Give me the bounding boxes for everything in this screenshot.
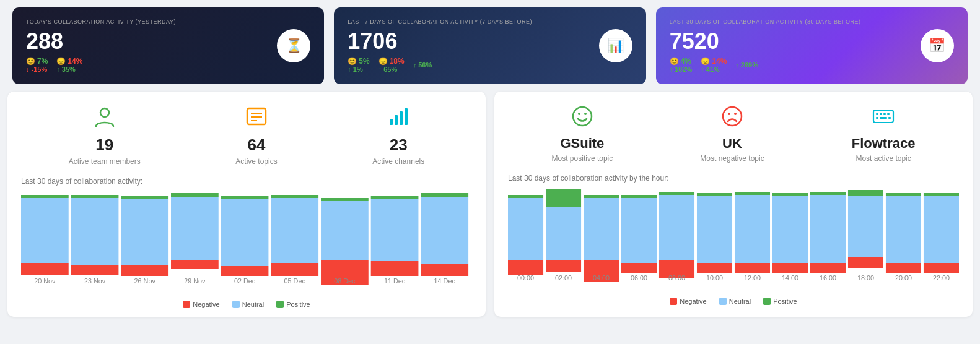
up-arrow-icon-m2: ↑	[701, 66, 704, 73]
today-negative-change: 35%	[62, 66, 76, 73]
svg-rect-22	[221, 266, 269, 276]
month-stat-positive-top: 😊 4%	[670, 57, 693, 66]
most-positive-text: GSuite	[560, 135, 604, 152]
svg-rect-56	[876, 117, 878, 119]
svg-text:23 Nov: 23 Nov	[84, 277, 106, 285]
left-panel: 19 Active team members 64 Active topics	[7, 92, 486, 317]
svg-rect-19	[171, 260, 219, 269]
svg-text:02:00: 02:00	[555, 274, 572, 282]
frown-icon-w: 😞	[378, 57, 388, 66]
svg-text:16:00: 16:00	[820, 274, 836, 282]
svg-rect-86	[848, 196, 883, 257]
svg-rect-74	[697, 196, 732, 263]
top-cards-row: TODAY'S COLLABORATION ACTIVITY (YESTERDA…	[0, 0, 980, 92]
right-positive-dot	[763, 298, 771, 305]
svg-rect-90	[886, 263, 921, 273]
svg-text:02 Dec: 02 Dec	[234, 277, 256, 285]
svg-rect-35	[421, 193, 468, 197]
svg-rect-89	[886, 196, 921, 263]
today-card-title: TODAY'S COLLABORATION ACTIVITY (YESTERDA…	[26, 19, 176, 25]
hourglass-icon: ⏳	[286, 38, 302, 54]
svg-rect-30	[371, 199, 419, 261]
svg-rect-78	[735, 263, 770, 273]
today-stat-positive-bottom: ↓ -15%	[26, 66, 48, 73]
smiley-icon-m: 😊	[670, 57, 679, 66]
legend-neutral: Neutral	[232, 301, 264, 308]
today-card-stats: 😊 7% ↓ -15% 😞 14% ↑ 35%	[26, 57, 176, 73]
svg-rect-31	[371, 261, 419, 276]
metric-most-negative: UK Most negative topic	[700, 105, 764, 163]
svg-rect-16	[121, 265, 168, 276]
svg-rect-23	[221, 196, 269, 199]
up-arrow-icon-m1: ↑	[670, 66, 673, 73]
svg-rect-92	[924, 196, 959, 263]
metric-active-channels: 23 Active channels	[372, 105, 424, 166]
most-positive-label: Most positive topic	[552, 154, 613, 163]
week-extra-change: 56%	[418, 61, 432, 69]
active-topics-number: 64	[248, 135, 266, 155]
right-neutral-dot	[719, 298, 727, 305]
smiley-icon: 😊	[26, 57, 35, 66]
frown-icon: 😞	[56, 57, 66, 66]
legend-positive: Positive	[276, 301, 310, 308]
svg-rect-32	[371, 196, 419, 199]
today-stat-positive-top: 😊 7%	[26, 57, 48, 66]
svg-rect-6	[395, 115, 398, 125]
month-positive-pct: 4%	[681, 57, 691, 66]
svg-rect-18	[171, 197, 219, 260]
right-chart: 00:00 02:00 04:00 06:00 08:00 10:00 12:0…	[508, 189, 959, 294]
svg-rect-60	[508, 260, 543, 275]
active-topics-label: Active topics	[235, 157, 277, 166]
positive-smiley-icon	[571, 105, 593, 132]
today-stat-positive: 😊 7% ↓ -15%	[26, 57, 48, 73]
svg-rect-87	[848, 257, 883, 268]
svg-rect-61	[508, 195, 543, 198]
left-chart-subtitle: Last 30 days of collaboration activity:	[21, 177, 472, 186]
calendar-icon: 📅	[929, 38, 945, 54]
svg-rect-53	[880, 113, 882, 115]
svg-rect-79	[735, 192, 770, 195]
week-card-icon: 📊	[599, 29, 632, 62]
svg-rect-83	[810, 195, 846, 263]
svg-text:12:00: 12:00	[744, 274, 761, 282]
down-arrow-icon: ↓	[26, 66, 30, 73]
positive-dot	[276, 301, 284, 308]
svg-text:20:00: 20:00	[895, 274, 912, 282]
svg-rect-33	[421, 197, 468, 264]
svg-rect-88	[848, 190, 883, 196]
week-card: LAST 7 DAYS OF COLLABORATION ACTIVITY (7…	[334, 7, 645, 84]
svg-rect-93	[924, 263, 959, 273]
svg-rect-65	[584, 198, 619, 260]
week-stat-positive-top: 😊 5%	[348, 57, 369, 66]
week-stat-extra: ↑ 56%	[413, 61, 432, 69]
right-panel: GSuite Most positive topic UK Most negat…	[494, 92, 973, 317]
svg-rect-21	[221, 199, 269, 266]
week-negative-pct: 18%	[390, 57, 405, 66]
svg-text:18:00: 18:00	[857, 274, 874, 282]
svg-text:00:00: 00:00	[517, 274, 534, 282]
svg-rect-10	[21, 263, 69, 275]
neutral-dot	[232, 301, 240, 308]
svg-rect-5	[390, 119, 393, 125]
right-chart-legend: Negative Neutral Positive	[508, 298, 959, 305]
people-icon	[94, 105, 116, 132]
svg-point-48	[723, 107, 742, 126]
month-card-stats: 😊 4% ↑ 102% 😞 14% ↑ 41%	[670, 57, 861, 73]
right-negative-label: Negative	[680, 298, 706, 305]
svg-text:14:00: 14:00	[782, 274, 798, 282]
right-legend-positive: Positive	[763, 298, 797, 305]
svg-rect-25	[271, 263, 318, 276]
month-stat-negative-bottom: ↑ 41%	[701, 66, 727, 73]
most-active-text: Flowtrace	[852, 135, 916, 152]
today-positive-pct: 7%	[37, 57, 48, 66]
svg-point-0	[100, 108, 109, 117]
most-negative-label: Most negative topic	[700, 154, 764, 163]
month-extra-change: 289%	[741, 61, 758, 69]
svg-rect-64	[546, 189, 581, 207]
svg-rect-76	[697, 193, 732, 196]
svg-text:06:00: 06:00	[631, 274, 647, 282]
svg-text:11 Dec: 11 Dec	[384, 277, 406, 285]
svg-rect-27	[321, 201, 369, 260]
svg-rect-17	[121, 196, 168, 199]
week-card-title: LAST 7 DAYS OF COLLABORATION ACTIVITY (7…	[348, 19, 532, 25]
